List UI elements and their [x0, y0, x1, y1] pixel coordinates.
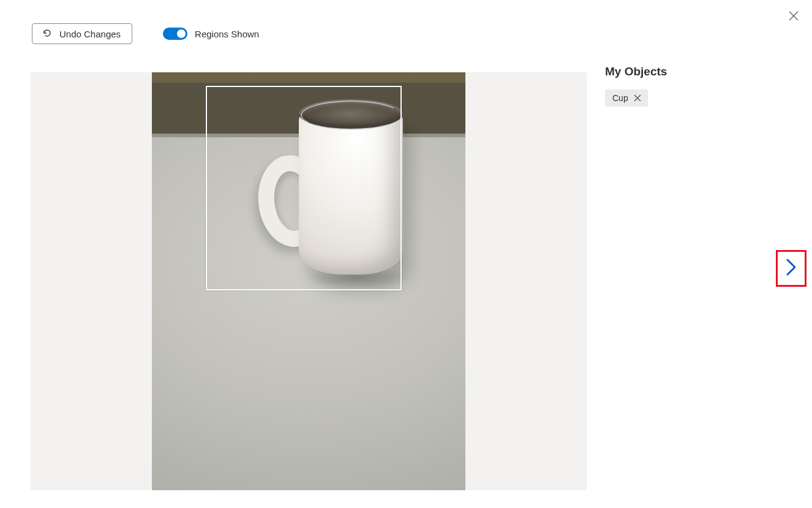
region-box-cup[interactable]	[206, 86, 402, 290]
regions-toggle[interactable]: Regions Shown	[163, 28, 259, 40]
undo-icon	[42, 28, 52, 40]
toggle-switch-icon	[163, 28, 187, 40]
objects-tag-list: Cup	[605, 89, 764, 107]
undo-label: Undo Changes	[59, 29, 121, 39]
toolbar: Undo Changes Regions Shown	[32, 23, 259, 44]
image-surface[interactable]	[152, 72, 465, 490]
undo-button[interactable]: Undo Changes	[32, 23, 132, 44]
close-icon	[788, 10, 799, 24]
objects-panel-title: My Objects	[605, 65, 764, 78]
chevron-right-icon	[785, 258, 797, 279]
regions-toggle-label: Regions Shown	[195, 29, 259, 39]
image-canvas[interactable]	[31, 72, 587, 490]
close-button[interactable]	[784, 7, 803, 27]
object-tag-label: Cup	[612, 93, 628, 103]
object-tag[interactable]: Cup	[605, 89, 648, 107]
next-button[interactable]	[776, 250, 806, 287]
remove-tag-icon[interactable]	[633, 94, 642, 102]
objects-panel: My Objects Cup	[605, 65, 764, 107]
